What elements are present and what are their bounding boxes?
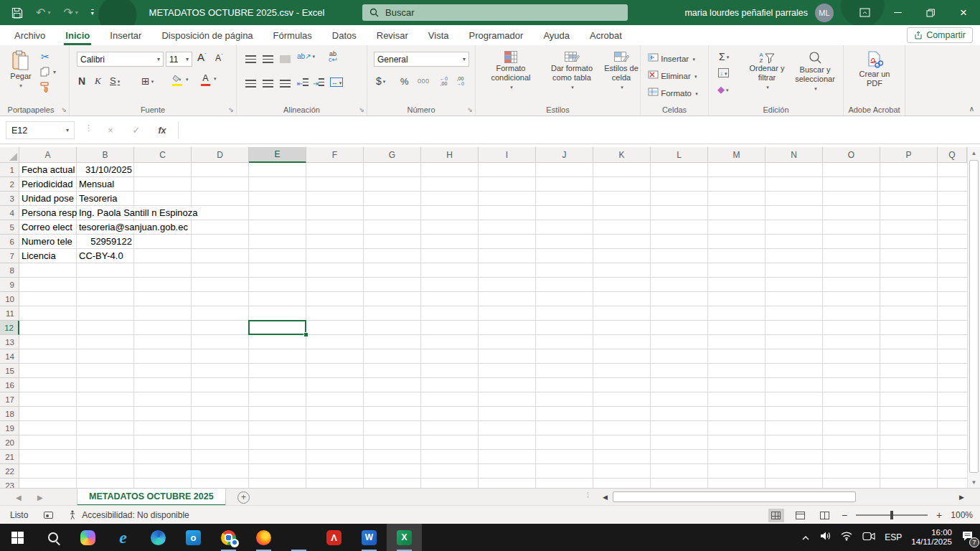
cell-A3[interactable]: Unidad pose	[19, 192, 77, 206]
orientation-icon[interactable]: ab↗	[297, 52, 315, 60]
taskbar-start-icon[interactable]	[0, 524, 35, 551]
column-header-H[interactable]: H	[421, 147, 479, 163]
format-painter-icon[interactable]	[39, 81, 51, 94]
column-header-J[interactable]: J	[536, 147, 593, 163]
copy-dropdown[interactable]: ▾	[53, 69, 56, 75]
row-header-22[interactable]: 22	[0, 464, 19, 479]
tab-vista[interactable]: Vista	[418, 25, 459, 45]
column-header-M[interactable]: M	[708, 147, 765, 163]
align-middle-icon[interactable]	[263, 55, 273, 63]
tab-inicio[interactable]: Inicio	[55, 25, 100, 45]
tab-acrobat[interactable]: Acrobat	[580, 25, 632, 45]
fill-color-icon[interactable]	[172, 75, 189, 86]
add-sheet-icon[interactable]: +	[237, 491, 250, 504]
row-header-9[interactable]: 9	[0, 278, 19, 292]
cell-styles-button[interactable]: Estilos de celda	[603, 51, 639, 92]
close-button[interactable]: ×	[947, 0, 980, 25]
row-header-4[interactable]: 4	[0, 206, 19, 220]
save-icon[interactable]	[11, 7, 23, 19]
tray-chevron-icon[interactable]	[801, 531, 810, 544]
taskbar-explorer-icon[interactable]	[281, 524, 316, 551]
ribbon-display-options-icon[interactable]	[848, 0, 881, 25]
number-format-select[interactable]: General▾	[374, 52, 469, 67]
redo-icon[interactable]: ↷▾	[63, 6, 77, 19]
keyboard-language[interactable]: ESP	[885, 532, 902, 542]
zoom-slider-handle[interactable]	[890, 511, 893, 519]
row-header-8[interactable]: 8	[0, 263, 19, 278]
row-header-6[interactable]: 6	[0, 235, 19, 249]
name-box[interactable]: E12▾	[6, 121, 75, 139]
cell-B3[interactable]: Tesoreria	[77, 192, 134, 206]
underline-button[interactable]: S	[110, 75, 120, 86]
sort-filter-button[interactable]: AZ Ordenar y filtrar	[743, 52, 791, 92]
tab-ayuda[interactable]: Ayuda	[533, 25, 580, 45]
macro-record-icon[interactable]	[44, 512, 53, 519]
percent-format-icon[interactable]: %	[400, 76, 409, 87]
taskbar-chrome-icon[interactable]	[211, 524, 246, 551]
cell-B2[interactable]: Mensual	[77, 177, 134, 192]
row-header-17[interactable]: 17	[0, 392, 19, 407]
row-header-3[interactable]: 3	[0, 192, 19, 206]
column-header-Q[interactable]: Q	[938, 147, 967, 163]
cancel-icon[interactable]: ×	[100, 121, 121, 139]
italic-button[interactable]: K	[95, 75, 101, 87]
taskbar-edge-icon[interactable]	[141, 524, 176, 551]
view-page-layout-button[interactable]	[793, 509, 809, 522]
column-header-F[interactable]: F	[306, 147, 364, 163]
format-cells-button[interactable]: Formato	[648, 88, 698, 98]
column-header-N[interactable]: N	[765, 147, 823, 163]
restore-button[interactable]	[914, 0, 947, 25]
row-header-11[interactable]: 11	[0, 306, 19, 321]
taskbar-search-icon[interactable]	[35, 524, 70, 551]
number-dialog-launcher[interactable]: ⇘	[467, 106, 473, 113]
tab-datos[interactable]: Datos	[322, 25, 367, 45]
cell-B5[interactable]: tesoreria@sanjuan.gob.ec	[77, 220, 134, 235]
conditional-formatting-button[interactable]: Formato condicional	[483, 51, 539, 92]
font-size-select[interactable]: 11▾	[166, 52, 192, 67]
column-header-K[interactable]: K	[593, 147, 651, 163]
tab-programador[interactable]: Programador	[459, 25, 534, 45]
taskbar-copilot-icon[interactable]	[70, 524, 105, 551]
tab-disposici-n-de-p-gina[interactable]: Disposición de página	[151, 25, 263, 45]
notification-center-icon[interactable]: 7	[961, 530, 974, 545]
speaker-icon[interactable]	[819, 531, 831, 544]
grow-font-button[interactable]: Aˆ	[197, 51, 207, 63]
taskbar-outlook-icon[interactable]: o	[176, 524, 211, 551]
column-header-A[interactable]: A	[19, 147, 77, 163]
cell-A7[interactable]: Licencia	[19, 249, 77, 263]
row-header-2[interactable]: 2	[0, 177, 19, 192]
tab-scroll-splitter[interactable]: ⁞	[587, 491, 589, 499]
row-header-10[interactable]: 10	[0, 292, 19, 306]
zoom-slider[interactable]	[856, 514, 928, 516]
zoom-in-icon[interactable]: +	[936, 509, 942, 521]
column-header-B[interactable]: B	[77, 147, 134, 163]
vertical-scroll-thumb[interactable]	[969, 160, 979, 473]
paste-button[interactable]: Pegar ▾	[6, 50, 36, 90]
row-header-5[interactable]: 5	[0, 220, 19, 235]
font-dialog-launcher[interactable]: ⇘	[228, 106, 234, 113]
row-header-1[interactable]: 1	[0, 163, 19, 177]
avatar[interactable]: ML	[815, 4, 834, 22]
row-header-20[interactable]: 20	[0, 435, 19, 450]
user-name[interactable]: maria lourdes peñafiel parrales	[684, 8, 808, 18]
view-normal-button[interactable]	[768, 509, 784, 522]
font-color-icon[interactable]: A	[201, 73, 217, 86]
row-header-19[interactable]: 19	[0, 421, 19, 435]
customize-toolbar-icon[interactable]: ▾	[91, 9, 94, 17]
bold-button[interactable]: N	[78, 75, 85, 87]
row-header-21[interactable]: 21	[0, 450, 19, 464]
cell-A6[interactable]: Numero tele	[19, 235, 77, 249]
wifi-icon[interactable]	[840, 531, 853, 544]
create-pdf-button[interactable]: Crear un PDF	[857, 51, 892, 88]
cell-B7[interactable]: CC-BY-4.0	[77, 249, 134, 263]
cell-B4[interactable]: Ing. Paola Santill n Espinoza	[77, 206, 134, 220]
cell-A4[interactable]: Persona resp	[19, 206, 77, 220]
decrease-decimal-icon[interactable]: ,00→0	[456, 76, 464, 86]
tab-f-rmulas[interactable]: Fórmulas	[263, 25, 322, 45]
find-select-button[interactable]: Buscar y seleccionar	[789, 51, 841, 93]
autosum-icon[interactable]: Σ	[719, 51, 729, 62]
font-family-select[interactable]: Calibri▾	[77, 52, 164, 67]
column-header-G[interactable]: G	[364, 147, 421, 163]
hscroll-right-icon[interactable]: ▶	[956, 491, 967, 503]
vertical-scrollbar[interactable]: ▲ ▼	[967, 147, 980, 488]
